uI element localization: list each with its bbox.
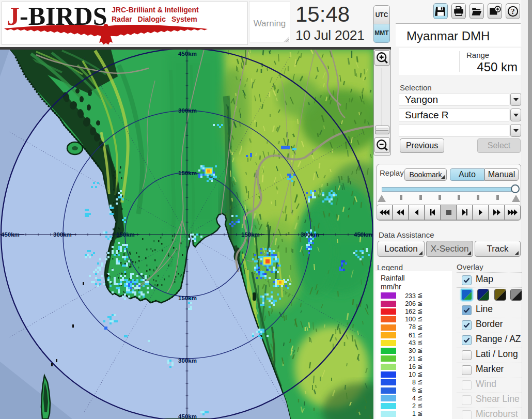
- svg-text:450km: 450km: [178, 51, 197, 57]
- svg-text:300km: 300km: [178, 107, 197, 114]
- svg-text:150km: 150km: [116, 231, 135, 238]
- svg-text:150km: 150km: [241, 231, 260, 238]
- svg-text:?: ?: [511, 7, 514, 15]
- svg-text:300km: 300km: [301, 231, 319, 238]
- svg-text:150km: 150km: [178, 295, 197, 301]
- svg-text:450km: 450km: [178, 413, 197, 419]
- svg-text:300km: 300km: [178, 358, 197, 364]
- svg-text:150km: 150km: [178, 170, 197, 176]
- svg-text:450km: 450km: [1, 231, 20, 238]
- svg-text:450km: 450km: [354, 231, 372, 238]
- svg-text:300km: 300km: [53, 231, 72, 238]
